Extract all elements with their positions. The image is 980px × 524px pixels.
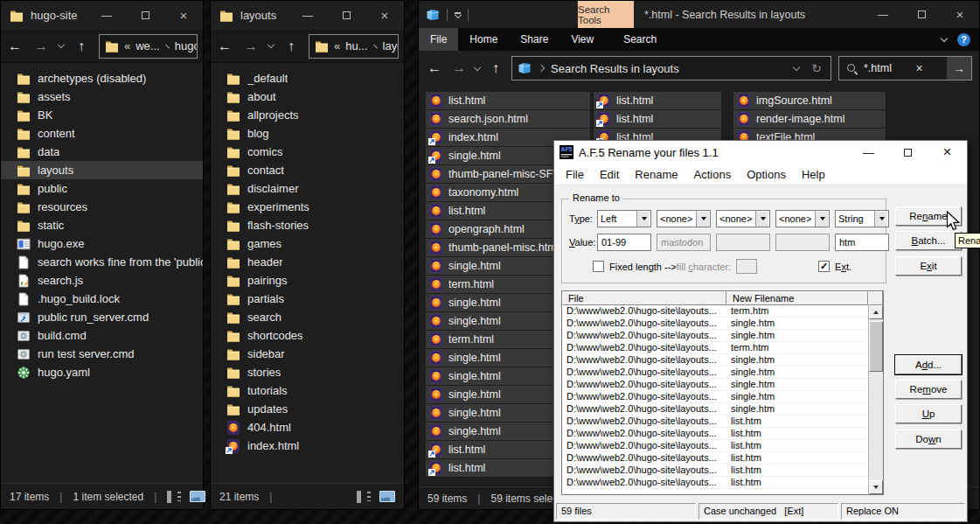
chevron-down-icon[interactable]: [58, 41, 65, 48]
type-combobox[interactable]: String: [835, 210, 889, 227]
file-item[interactable]: layouts: [1, 161, 203, 179]
maximize-button[interactable]: [126, 1, 164, 30]
scrollbar[interactable]: [868, 305, 883, 494]
chevron-down-icon[interactable]: [268, 41, 275, 48]
file-item[interactable]: content: [1, 124, 203, 143]
file-item[interactable]: static: [1, 216, 203, 234]
table-row[interactable]: D:\www\web2.0\hugo-site\layouts...single…: [562, 379, 868, 391]
details-view-icon[interactable]: [357, 491, 371, 503]
table-row[interactable]: D:\www\web2.0\hugo-site\layouts...term.h…: [562, 305, 868, 318]
breadcrumb[interactable]: « hu... layouts: [309, 34, 399, 59]
menu-rename[interactable]: Rename: [627, 168, 685, 181]
breadcrumb-overflow-icon[interactable]: «: [124, 39, 130, 52]
table-row[interactable]: D:\www\web2.0\hugo-site\layouts...term.h…: [562, 342, 868, 354]
scroll-up-button[interactable]: [869, 305, 883, 319]
file-item[interactable]: shortcodes: [211, 326, 404, 345]
back-button[interactable]: ←: [216, 38, 233, 54]
address-bar[interactable]: Search Results in layouts ↻: [511, 56, 831, 80]
file-item[interactable]: run test server.cmd: [1, 345, 203, 363]
minimize-button[interactable]: —: [864, 1, 902, 28]
file-item[interactable]: hugo.exe: [1, 234, 203, 253]
file-item[interactable]: archetypes (disabled): [1, 69, 203, 87]
exit-button[interactable]: Exit: [895, 256, 962, 276]
file-item[interactable]: build.cmd: [1, 326, 203, 345]
combobox-dropdown-button[interactable]: [874, 211, 888, 227]
minimize-button[interactable]: —: [288, 1, 327, 30]
tab-share[interactable]: Share: [509, 28, 560, 51]
table-row[interactable]: D:\www\web2.0\hugo-site\layouts...list.h…: [562, 465, 868, 477]
breadcrumb-overflow-icon[interactable]: «: [334, 39, 340, 52]
maximize-button[interactable]: [888, 141, 928, 164]
tab-search[interactable]: Search: [612, 28, 668, 51]
file-item[interactable]: experiments: [211, 198, 404, 216]
scrollbar-thumb[interactable]: [869, 321, 883, 372]
file-item[interactable]: disclaimer: [211, 179, 404, 198]
file-item[interactable]: search.js: [1, 271, 203, 290]
maximize-button[interactable]: [327, 1, 365, 30]
chevron-down-icon[interactable]: [474, 63, 481, 70]
file-item[interactable]: assets: [1, 87, 203, 106]
search-input[interactable]: *.html × →: [838, 56, 972, 80]
file-item[interactable]: public: [1, 179, 203, 198]
type-combobox[interactable]: <none>: [657, 210, 711, 227]
table-row[interactable]: D:\www\web2.0\hugo-site\layouts...list.h…: [562, 440, 868, 452]
table-row[interactable]: D:\www\web2.0\hugo-site\layouts...single…: [562, 318, 868, 330]
search-go-button[interactable]: →: [947, 56, 971, 80]
forward-button[interactable]: →: [242, 38, 260, 54]
tab-home[interactable]: Home: [458, 28, 509, 51]
file-item[interactable]: partials: [211, 290, 404, 308]
column-header-new-filename[interactable]: New Filename: [726, 291, 868, 305]
file-item[interactable]: comics: [211, 143, 404, 161]
file-item[interactable]: search works fine from the 'public' fo: [1, 253, 203, 271]
file-item[interactable]: tutorials: [211, 381, 404, 400]
thumbnail-view-icon[interactable]: [190, 491, 205, 502]
file-item[interactable]: sidebar: [211, 345, 404, 363]
file-item[interactable]: 404.html: [211, 418, 404, 437]
table-row[interactable]: D:\www\web2.0\hugo-site\layouts...single…: [562, 391, 868, 403]
menu-file[interactable]: File: [558, 168, 592, 181]
breadcrumb-crumb[interactable]: hu...: [345, 39, 367, 52]
table-row[interactable]: D:\www\web2.0\hugo-site\layouts...list.h…: [562, 416, 868, 428]
help-icon[interactable]: ?: [957, 33, 970, 46]
table-row[interactable]: D:\www\web2.0\hugo-site\layouts...single…: [562, 354, 868, 367]
ext-checkbox[interactable]: ✓: [818, 261, 830, 272]
file-item[interactable]: flash-stories: [211, 216, 404, 234]
file-item[interactable]: about: [211, 87, 404, 106]
forward-button[interactable]: →: [32, 38, 50, 54]
type-combobox[interactable]: Left: [597, 210, 651, 227]
value-field[interactable]: 01-99: [597, 234, 651, 251]
tab-search-tools[interactable]: Search Tools: [578, 1, 634, 28]
maximize-button[interactable]: [902, 1, 941, 28]
titlebar[interactable]: Search Tools *.html - Search Results in …: [419, 1, 979, 28]
file-item[interactable]: data: [1, 143, 203, 161]
minimize-button[interactable]: —: [849, 141, 888, 164]
clear-search-icon[interactable]: ×: [909, 56, 928, 80]
up-button[interactable]: ↑: [73, 38, 90, 54]
table-row[interactable]: D:\www\web2.0\hugo-site\layouts...single…: [562, 403, 868, 416]
file-item[interactable]: search.json.html: [426, 110, 590, 128]
file-item[interactable]: index.html: [211, 437, 404, 455]
file-item[interactable]: resources: [1, 198, 203, 216]
back-button[interactable]: ←: [426, 60, 443, 76]
collapse-ribbon-icon[interactable]: [941, 34, 948, 41]
file-item[interactable]: render-image.html: [733, 110, 886, 128]
table-row[interactable]: D:\www\web2.0\hugo-site\layouts...single…: [562, 330, 868, 342]
menu-options[interactable]: Options: [739, 168, 794, 181]
address-dropdown-icon[interactable]: [793, 63, 800, 70]
table-row[interactable]: D:\www\web2.0\hugo-site\layouts...single…: [562, 367, 868, 379]
combobox-dropdown-button[interactable]: [696, 211, 710, 227]
rename-button[interactable]: Rename: [895, 206, 962, 226]
table-row[interactable]: D:\www\web2.0\hugo-site\layouts...list.h…: [562, 452, 868, 465]
breadcrumb-crumb[interactable]: layouts: [383, 39, 399, 52]
close-button[interactable]: ×: [941, 1, 979, 28]
refresh-icon[interactable]: ↻: [808, 61, 825, 75]
fixed-length-checkbox[interactable]: [593, 261, 604, 272]
tab-file[interactable]: File: [419, 28, 458, 51]
titlebar[interactable]: layouts — ×: [211, 1, 404, 30]
down-button[interactable]: Down: [895, 430, 962, 449]
value-field[interactable]: htm: [835, 234, 889, 251]
combobox-dropdown-button[interactable]: [755, 211, 769, 227]
up-button[interactable]: Up: [895, 404, 962, 423]
menu-actions[interactable]: Actions: [686, 168, 740, 181]
table-row[interactable]: D:\www\web2.0\hugo-site\layouts...list.h…: [562, 477, 868, 489]
